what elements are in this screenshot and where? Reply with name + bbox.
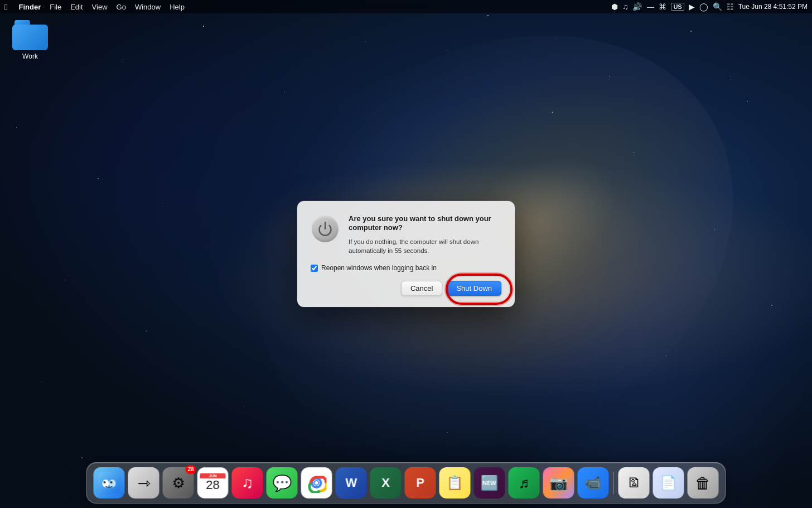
dialog-checkbox-row[interactable]: Reopen windows when logging back in: [311, 264, 501, 272]
dialog-buttons: Cancel Shut Down: [311, 281, 501, 296]
cancel-button[interactable]: Cancel: [401, 281, 442, 296]
dialog-main-content: Are you sure you want to shut down your …: [311, 214, 501, 256]
reopen-checkbox-label[interactable]: Reopen windows when logging back in: [321, 264, 437, 272]
reopen-checkbox[interactable]: [311, 265, 318, 272]
shutdown-button[interactable]: Shut Down: [447, 281, 501, 296]
dialog-body: If you do nothing, the computer will shu…: [349, 237, 501, 255]
power-icon: [312, 215, 339, 242]
dialog-title: Are you sure you want to shut down your …: [349, 214, 501, 233]
power-svg: [317, 221, 333, 237]
dialog-text-area: Are you sure you want to shut down your …: [349, 214, 501, 256]
dialog-icon-area: [311, 214, 340, 243]
shutdown-dialog: Are you sure you want to shut down your …: [297, 201, 515, 308]
dialog-overlay: Are you sure you want to shut down your …: [0, 0, 812, 508]
